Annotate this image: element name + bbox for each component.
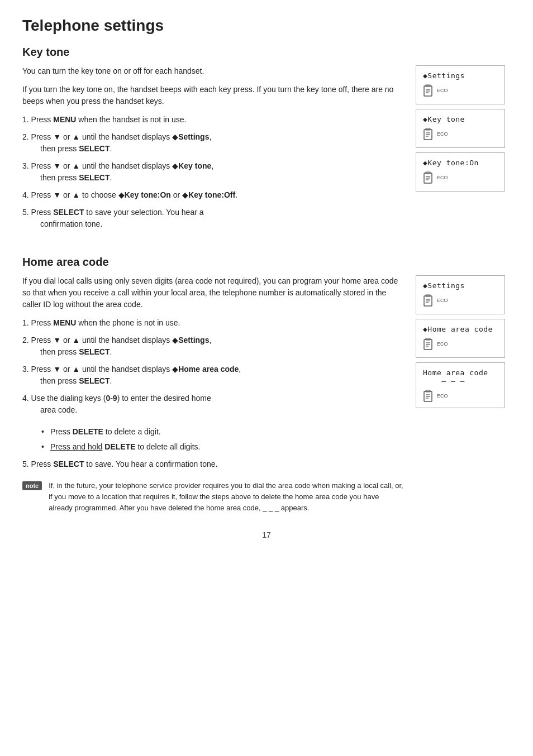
note-label: note (22, 481, 42, 490)
home-area-code-step4: 4. Use the dialing keys (0-9) to enter t… (22, 393, 404, 416)
home-area-code-screen3: Home area code — — — ECO (416, 362, 505, 408)
key-tone-screens: ◆Settings ECO ◆Key tone (416, 65, 511, 240)
page-title: Telephone settings (22, 17, 511, 35)
home-area-code-step5: 5. Press SELECT to save. You hear a conf… (22, 458, 404, 470)
page-number: 17 (22, 530, 511, 539)
key-tone-heading: Key tone (22, 46, 511, 59)
home-area-code-bullet1: Press DELETE to delete a digit. (50, 426, 404, 438)
key-tone-screen3: ◆Key tone:On ECO (416, 152, 505, 192)
note-text: If, in the future, your telephone servic… (49, 480, 404, 514)
home-area-code-step2: 2. Press ▼ or ▲ until the handset displa… (22, 334, 404, 358)
home-area-code-bullet2: Press and hold DELETE to delete all digi… (50, 441, 404, 453)
home-area-code-screen1: ◆Settings ECO (416, 275, 505, 314)
home-area-code-intro: If you dial local calls using only seven… (22, 275, 404, 310)
key-tone-step1: 1. Press MENU when the handset is not in… (22, 114, 404, 126)
home-area-code-step3: 3. Press ▼ or ▲ until the handset displa… (22, 363, 404, 387)
key-tone-section: Key tone You can turn the key tone on or… (22, 46, 511, 240)
note-box: note If, in the future, your telephone s… (22, 480, 404, 514)
home-area-code-heading: Home area code (22, 256, 511, 269)
key-tone-screen1: ◆Settings ECO (416, 65, 505, 104)
key-tone-step2: 2. Press ▼ or ▲ until the handset displa… (22, 131, 404, 155)
key-tone-screen2: ◆Key tone ECO (416, 109, 505, 148)
home-area-code-screen2: ◆Home area code ECO (416, 319, 505, 358)
home-area-code-step1: 1. Press MENU when the phone is not in u… (22, 317, 404, 329)
key-tone-intro2: If you turn the key tone on, the handset… (22, 84, 404, 107)
home-area-code-section: Home area code If you dial local calls u… (22, 256, 511, 514)
key-tone-step4: 4. Press ▼ or ▲ to choose ◆Key tone:On o… (22, 189, 404, 201)
key-tone-step3: 3. Press ▼ or ▲ until the handset displa… (22, 160, 404, 184)
key-tone-intro1: You can turn the key tone on or off for … (22, 65, 404, 77)
home-area-code-screens: ◆Settings ECO ◆Home area code (416, 275, 511, 514)
key-tone-step5: 5. Press SELECT to save your selection. … (22, 207, 404, 230)
